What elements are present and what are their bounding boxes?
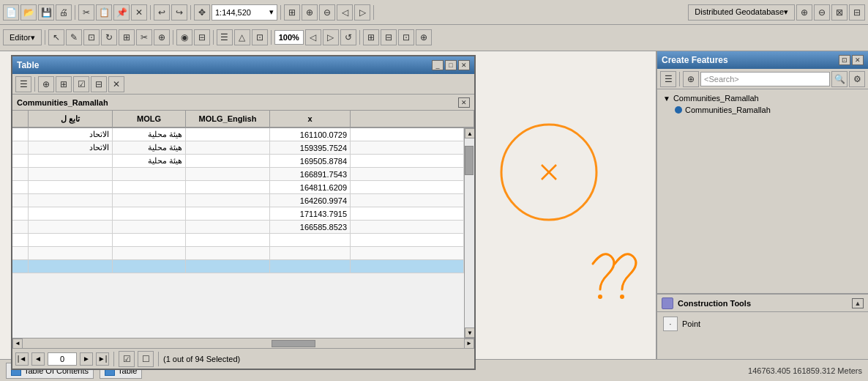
merge-btn[interactable]: ⊕ bbox=[154, 29, 170, 45]
close-btn[interactable]: ✕ bbox=[458, 60, 470, 70]
minimize-btn[interactable]: _ bbox=[432, 60, 444, 70]
rotate-btn[interactable]: ↻ bbox=[101, 29, 117, 45]
pan-btn[interactable]: ✥ bbox=[194, 4, 210, 21]
new-btn[interactable]: 📄 bbox=[3, 4, 19, 21]
panel-float-btn[interactable]: ⊡ bbox=[839, 55, 850, 65]
delete-btn[interactable]: ✕ bbox=[131, 4, 147, 21]
col-header-x[interactable]: x bbox=[270, 111, 351, 127]
table-scroll-area[interactable]: الاتحاد هيئة محلية 161100.0729 الاتحاد ه… bbox=[12, 128, 464, 338]
nav-first-btn[interactable]: |◄ bbox=[15, 352, 29, 366]
layout-btn3[interactable]: ⊡ bbox=[398, 29, 414, 45]
topology-btn[interactable]: ⊟ bbox=[194, 29, 210, 45]
nav-prev-btn[interactable]: ◄ bbox=[31, 352, 45, 366]
panel-close-btn[interactable]: ✕ bbox=[852, 55, 864, 65]
maximize-btn[interactable]: □ bbox=[445, 60, 457, 70]
show-all-btn[interactable]: ☐ bbox=[138, 351, 154, 367]
cf-menu-btn[interactable]: ☰ bbox=[660, 71, 676, 87]
nav-last-btn[interactable]: ►| bbox=[96, 352, 109, 366]
cut-poly-btn[interactable]: ✂ bbox=[136, 29, 152, 45]
zoom-prev-btn[interactable]: ◁ bbox=[337, 4, 353, 21]
edit-btn[interactable]: ✎ bbox=[66, 29, 82, 45]
table-menu-btn[interactable]: ☰ bbox=[15, 76, 31, 92]
point-tool-item[interactable]: · Point bbox=[660, 315, 865, 333]
nav-next-btn[interactable]: ► bbox=[80, 352, 93, 366]
table-row[interactable]: 164260.9974 bbox=[12, 194, 464, 207]
cell-tabi bbox=[29, 247, 113, 259]
sketch-btn[interactable]: △ bbox=[234, 29, 250, 45]
scroll-track[interactable] bbox=[465, 138, 474, 328]
table-row[interactable]: 164811.6209 bbox=[12, 181, 464, 194]
h-scroll-left[interactable]: ◄ bbox=[12, 339, 23, 349]
scroll-up-btn[interactable]: ▲ bbox=[465, 128, 474, 138]
scroll-down-btn[interactable]: ▼ bbox=[465, 328, 474, 338]
copy-btn[interactable]: 📋 bbox=[96, 4, 112, 21]
editor-btn[interactable]: Editor▾ bbox=[3, 29, 42, 45]
attr-btn[interactable]: ☰ bbox=[217, 29, 233, 45]
col-header-molg-en[interactable]: MOLG_English bbox=[186, 111, 270, 127]
scroll-thumb[interactable] bbox=[465, 146, 474, 175]
zoom-out-btn[interactable]: ⊖ bbox=[319, 4, 335, 21]
split-btn[interactable]: ⊞ bbox=[119, 29, 135, 45]
show-selected-btn[interactable]: ☑ bbox=[119, 351, 135, 367]
record-number[interactable]: 0 bbox=[48, 352, 77, 366]
open-btn[interactable]: 📂 bbox=[20, 4, 37, 21]
geo-btn4[interactable]: ⊟ bbox=[849, 4, 865, 21]
table-row[interactable] bbox=[12, 234, 464, 247]
geodatabase-btn[interactable]: Distributed Geodatabase▾ bbox=[688, 4, 795, 21]
cell-molg bbox=[113, 207, 186, 220]
zoom-extent-btn[interactable]: ⊞ bbox=[284, 4, 300, 21]
cf-search-btn[interactable]: 🔍 bbox=[831, 71, 848, 87]
table-row[interactable] bbox=[12, 260, 464, 273]
table-row[interactable]: 166585.8523 bbox=[12, 221, 464, 234]
table-delete-btn[interactable]: ✕ bbox=[108, 76, 124, 92]
select-btn[interactable]: ↖ bbox=[48, 29, 64, 45]
zoom-next-btn[interactable]: ▷ bbox=[354, 4, 370, 21]
layer-child-item[interactable]: Communities_Ramallah bbox=[660, 104, 865, 116]
table-clear-btn[interactable]: ⊟ bbox=[91, 76, 107, 92]
h-scroll-right[interactable]: ► bbox=[464, 339, 474, 349]
table-zoom-btn[interactable]: ⊕ bbox=[38, 76, 54, 92]
col-header-tabi[interactable]: تابع ل bbox=[29, 111, 113, 127]
ct-collapse-btn[interactable]: ▲ bbox=[852, 298, 864, 308]
layout-btn4[interactable]: ⊕ bbox=[416, 29, 432, 45]
vertical-scrollbar[interactable]: ▲ ▼ bbox=[464, 128, 474, 338]
table-select-btn[interactable]: ☑ bbox=[73, 76, 89, 92]
table-row[interactable]: 171143.7915 bbox=[12, 207, 464, 221]
table-zoom2-btn[interactable]: ⊞ bbox=[56, 76, 72, 92]
layer-group-item[interactable]: ▼ Communities_Ramallah bbox=[660, 92, 865, 104]
cell-extra bbox=[351, 207, 464, 220]
table-row[interactable]: الاتحاد هيئة محلية 161100.0729 bbox=[12, 128, 464, 141]
refresh-btn[interactable]: ↺ bbox=[340, 29, 356, 45]
zoom-in-btn[interactable]: ⊕ bbox=[302, 4, 318, 21]
cf-settings-btn[interactable]: ⚙ bbox=[849, 71, 865, 87]
geo-btn2[interactable]: ⊖ bbox=[814, 4, 830, 21]
horizontal-scrollbar[interactable]: ◄ ► bbox=[12, 338, 474, 348]
print-btn[interactable]: 🖨 bbox=[56, 4, 72, 21]
fix-btn[interactable]: ⊡ bbox=[252, 29, 268, 45]
h-scroll-thumb[interactable] bbox=[272, 340, 315, 347]
cf-search-box[interactable]: <Search> bbox=[700, 72, 830, 86]
cf-new-btn[interactable]: ⊕ bbox=[683, 71, 699, 87]
redo-btn[interactable]: ↪ bbox=[171, 4, 187, 21]
paste-btn[interactable]: 📌 bbox=[113, 4, 130, 21]
table-row[interactable]: الاتحاد هيئة محلية 159395.7524 bbox=[12, 141, 464, 155]
undo-btn[interactable]: ↩ bbox=[154, 4, 170, 21]
snapping-btn[interactable]: ◉ bbox=[176, 29, 192, 45]
cut-btn[interactable]: ✂ bbox=[78, 4, 94, 21]
col-header-molg[interactable]: MOLG bbox=[113, 111, 186, 127]
table-row[interactable]: هيئة محلية 169505.8784 bbox=[12, 155, 464, 168]
sep4 bbox=[280, 5, 281, 20]
reshape-btn[interactable]: ⊡ bbox=[83, 29, 100, 45]
snap-less-btn[interactable]: ◁ bbox=[305, 29, 321, 45]
table-row[interactable]: 166891.7543 bbox=[12, 168, 464, 181]
layout-btn2[interactable]: ⊟ bbox=[381, 29, 397, 45]
geo-btn3[interactable]: ⊠ bbox=[831, 4, 848, 21]
table-row[interactable] bbox=[12, 247, 464, 260]
snap-more-btn[interactable]: ▷ bbox=[323, 29, 339, 45]
layout-btn1[interactable]: ⊞ bbox=[363, 29, 379, 45]
zoom-level-box[interactable]: 1:144,520 ▾ bbox=[212, 4, 277, 21]
h-scroll-track[interactable] bbox=[23, 340, 464, 347]
geo-btn1[interactable]: ⊕ bbox=[796, 4, 812, 21]
save-btn[interactable]: 💾 bbox=[38, 4, 54, 21]
subtable-close-btn[interactable]: ✕ bbox=[458, 97, 470, 108]
